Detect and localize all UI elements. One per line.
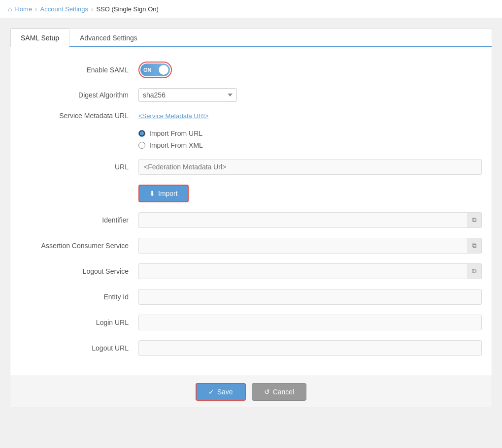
logout-service-control: ⧉ (138, 263, 482, 279)
settings-card: SAML Setup Advanced Settings Enable SAML… (10, 28, 492, 408)
import-radio-group: Import From URL Import From XML (138, 129, 482, 149)
cancel-button[interactable]: ↺ Cancel (252, 383, 307, 401)
saml-toggle-container[interactable]: ON (138, 62, 172, 78)
import-button[interactable]: ⬇ Import (138, 185, 189, 202)
breadcrumb: ⌂ Home › Account Settings › SSO (Single … (0, 0, 502, 18)
breadcrumb-account-settings[interactable]: Account Settings (40, 5, 89, 13)
toggle-on-label: ON (143, 67, 152, 73)
digest-algorithm-row: Digest Algorithm sha256 sha1 sha512 (20, 88, 482, 102)
saml-toggle[interactable]: ON (140, 64, 170, 76)
login-url-control (138, 315, 482, 330)
home-icon: ⌂ (8, 5, 12, 13)
breadcrumb-sep-2: › (91, 5, 93, 13)
url-input[interactable] (138, 159, 482, 175)
import-options-row: Import From URL Import From XML (20, 129, 482, 149)
import-from-url-option[interactable]: Import From URL (138, 129, 482, 137)
import-from-xml-label: Import From XML (149, 141, 203, 149)
login-url-row: Login URL (20, 315, 482, 330)
assertion-consumer-service-row: Assertion Consumer Service ⧉ (20, 238, 482, 254)
identifier-input-group: ⧉ (138, 212, 482, 228)
form-footer: ✓ Save ↺ Cancel (10, 376, 492, 408)
copy-icon-acs: ⧉ (472, 242, 476, 250)
logout-service-label: Logout Service (20, 267, 138, 275)
assertion-consumer-service-label: Assertion Consumer Service (20, 242, 138, 250)
import-options-control: Import From URL Import From XML (138, 129, 482, 149)
enable-saml-label: Enable SAML (20, 66, 138, 74)
import-download-icon: ⬇ (149, 190, 155, 197)
identifier-copy-button[interactable]: ⧉ (467, 212, 482, 228)
logout-url-input[interactable] (138, 340, 482, 356)
service-metadata-url-control: <Service Metadata URI> (138, 112, 482, 120)
identifier-label: Identifier (20, 216, 138, 224)
main-content: SAML Setup Advanced Settings Enable SAML… (0, 18, 502, 418)
logout-service-input[interactable] (138, 263, 467, 279)
url-control (138, 159, 482, 175)
cancel-button-label: Cancel (273, 388, 295, 396)
logout-url-label: Logout URL (20, 344, 138, 352)
assertion-consumer-service-input-group: ⧉ (138, 238, 482, 254)
import-button-row: ⬇ Import (20, 185, 482, 202)
service-metadata-url-label: Service Metadata URL (20, 112, 138, 120)
import-button-control: ⬇ Import (138, 185, 482, 202)
entity-id-label: Entity Id (20, 293, 138, 301)
login-url-label: Login URL (20, 319, 138, 326)
save-check-icon: ✓ (208, 388, 214, 396)
save-button[interactable]: ✓ Save (196, 383, 246, 401)
tabs-container: SAML Setup Advanced Settings (10, 29, 492, 47)
assertion-consumer-service-copy-button[interactable]: ⧉ (467, 238, 482, 254)
service-metadata-url-link[interactable]: <Service Metadata URI> (138, 112, 208, 120)
assertion-consumer-service-input[interactable] (138, 238, 467, 254)
cancel-reset-icon: ↺ (264, 388, 270, 396)
logout-service-copy-button[interactable]: ⧉ (467, 263, 482, 279)
url-label: URL (20, 163, 138, 171)
import-button-label: Import (158, 190, 178, 197)
identifier-control: ⧉ (138, 212, 482, 228)
identifier-input[interactable] (138, 212, 467, 228)
import-from-url-radio[interactable] (138, 130, 145, 137)
enable-saml-control: ON (138, 62, 482, 78)
breadcrumb-current: SSO (Single Sign On) (96, 5, 158, 13)
save-button-label: Save (217, 388, 233, 396)
identifier-row: Identifier ⧉ (20, 212, 482, 228)
tab-advanced-settings[interactable]: Advanced Settings (69, 29, 148, 47)
logout-url-control (138, 340, 482, 356)
breadcrumb-sep-1: › (35, 5, 37, 13)
logout-service-input-group: ⧉ (138, 263, 482, 279)
url-row: URL (20, 159, 482, 175)
copy-icon-identifier: ⧉ (472, 216, 476, 224)
entity-id-row: Entity Id (20, 289, 482, 305)
copy-icon-logout-service: ⧉ (472, 267, 476, 275)
tab-saml-setup[interactable]: SAML Setup (10, 29, 69, 47)
form-body: Enable SAML ON Digest Algorithm (10, 47, 492, 376)
import-from-url-label: Import From URL (149, 129, 202, 137)
enable-saml-row: Enable SAML ON (20, 62, 482, 78)
breadcrumb-home[interactable]: Home (15, 5, 32, 13)
assertion-consumer-service-control: ⧉ (138, 238, 482, 254)
service-metadata-url-row: Service Metadata URL <Service Metadata U… (20, 112, 482, 120)
import-from-xml-option[interactable]: Import From XML (138, 141, 482, 149)
toggle-track: ON (140, 64, 170, 76)
entity-id-input[interactable] (138, 289, 482, 305)
digest-algorithm-control: sha256 sha1 sha512 (138, 88, 482, 102)
logout-service-row: Logout Service ⧉ (20, 263, 482, 279)
digest-algorithm-label: Digest Algorithm (20, 91, 138, 99)
entity-id-control (138, 289, 482, 305)
import-from-xml-radio[interactable] (138, 142, 145, 149)
login-url-input[interactable] (138, 315, 482, 330)
toggle-thumb (159, 65, 168, 75)
digest-algorithm-select[interactable]: sha256 sha1 sha512 (138, 88, 237, 102)
logout-url-row: Logout URL (20, 340, 482, 356)
